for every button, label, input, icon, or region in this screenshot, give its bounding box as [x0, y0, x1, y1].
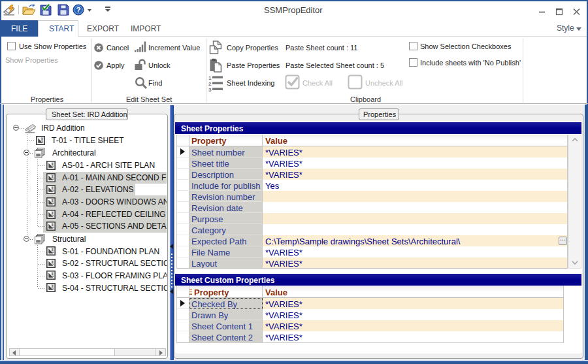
svg-text:1: 1: [208, 75, 212, 81]
svg-text:2: 2: [208, 81, 212, 87]
svg-text:3: 3: [208, 87, 212, 91]
